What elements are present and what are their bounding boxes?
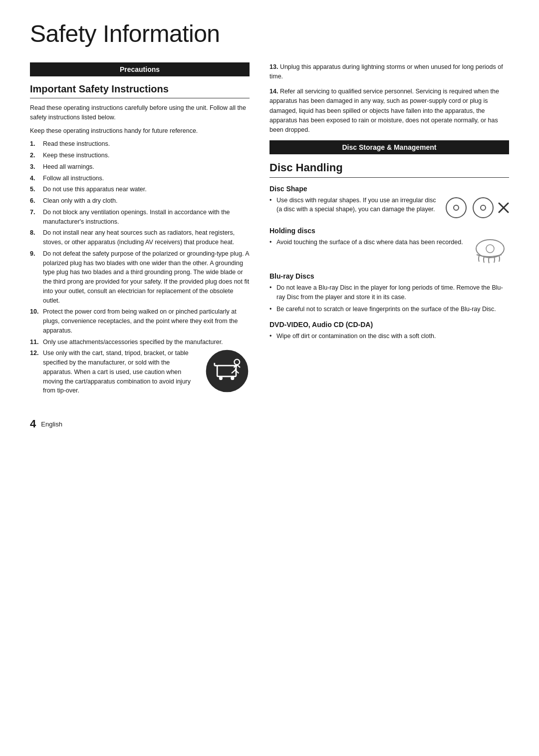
holding-disc-icon: [469, 238, 509, 265]
important-safety-title: Important Safety Instructions: [30, 83, 250, 98]
irregular-disc-icon: [471, 196, 495, 220]
list-item-12: 12. Use only with the cart, stand, tripo…: [30, 349, 250, 395]
item-text: Only use attachments/accessories specifi…: [43, 338, 223, 347]
page-title: Safety Information: [30, 20, 509, 47]
list-item: 3.Heed all warnings.: [30, 162, 250, 172]
list-item: Be careful not to scratch or leave finge…: [270, 305, 509, 314]
precautions-header: Precautions: [30, 62, 250, 76]
item-num: 6.: [30, 196, 41, 206]
disc-shape-title: Disc Shape: [270, 185, 509, 193]
blu-ray-title: Blu-ray Discs: [270, 272, 509, 280]
list-item: 9.Do not defeat the safety purpose of th…: [30, 249, 250, 306]
item-text: Heed all warnings.: [43, 162, 94, 172]
item-14-text: 14. Refer all servicing to qualified ser…: [270, 87, 509, 135]
list-item: Do not leave a Blu-ray Disc in the playe…: [270, 283, 509, 302]
item-text: Protect the power cord from being walked…: [43, 307, 250, 335]
list-item: 7.Do not block any ventilation openings.…: [30, 208, 250, 227]
item-text: Do not defeat the safety purpose of the …: [43, 249, 250, 306]
blu-ray-list: Do not leave a Blu-ray Disc in the playe…: [270, 283, 509, 314]
cart-icon-container: [205, 349, 250, 393]
item-13-text: 13. Unplug this apparatus during lightni…: [270, 62, 509, 82]
left-column: Precautions Important Safety Instruction…: [30, 62, 250, 397]
item-text: Read these instructions.: [43, 139, 110, 149]
item-text: Follow all instructions.: [43, 174, 104, 183]
disc-handling-title: Disc Handling: [270, 161, 509, 178]
item-num: 5.: [30, 185, 41, 194]
disc-shape-row: Use discs with regular shapes. If you us…: [270, 196, 509, 220]
holding-discs-title: Holding discs: [270, 227, 509, 235]
right-column: 13. Unplug this apparatus during lightni…: [270, 62, 509, 344]
list-item: 4.Follow all instructions.: [30, 174, 250, 183]
item-num: 3.: [30, 162, 41, 172]
disc-icons: [444, 196, 509, 220]
page-number: 4: [30, 417, 36, 430]
cart-warning-icon: [205, 349, 250, 393]
intro-text-2: Keep these operating instructions handy …: [30, 126, 250, 136]
item-14-num: 14.: [270, 88, 278, 95]
list-item: 6.Clean only with a dry cloth.: [30, 196, 250, 206]
safety-instructions-list: 1.Read these instructions. 2.Keep these …: [30, 139, 250, 395]
item-12-container: Use only with the cart, stand, tripod, b…: [43, 349, 250, 395]
list-item: 1.Read these instructions.: [30, 139, 250, 149]
page-language: English: [41, 420, 62, 428]
item-num: 12.: [30, 349, 41, 395]
regular-disc-icon: [444, 196, 468, 220]
item-num: 1.: [30, 139, 41, 149]
main-content: Precautions Important Safety Instruction…: [30, 62, 509, 397]
list-item: Avoid touching the surface of a disc whe…: [270, 238, 464, 247]
list-item: Wipe off dirt or contamination on the di…: [270, 332, 509, 341]
disc-shape-list: Use discs with regular shapes. If you us…: [270, 196, 439, 217]
list-item: 8.Do not install near any heat sources s…: [30, 228, 250, 247]
item-12-text: Use only with the cart, stand, tripod, b…: [43, 349, 200, 395]
svg-point-22: [486, 245, 494, 253]
item-text: Keep these instructions.: [43, 151, 109, 160]
item-text: Do not install near any heat sources suc…: [43, 228, 250, 247]
item-text: Clean only with a dry cloth.: [43, 196, 117, 206]
list-item: 10.Protect the power cord from being wal…: [30, 307, 250, 335]
item-num: 10.: [30, 307, 41, 335]
list-item: 2.Keep these instructions.: [30, 151, 250, 160]
item-num: 9.: [30, 249, 41, 306]
item-text: Do not use this apparatus near water.: [43, 185, 147, 194]
x-mark-icon: [498, 202, 509, 213]
item-13-num: 13.: [270, 63, 278, 70]
holding-discs-row: Avoid touching the surface of a disc whe…: [270, 238, 509, 265]
item-text: Do not block any ventilation openings. I…: [43, 208, 250, 227]
item-num: 8.: [30, 228, 41, 247]
holding-discs-list: Avoid touching the surface of a disc whe…: [270, 238, 464, 250]
svg-point-15: [446, 198, 466, 218]
disc-storage-header: Disc Storage & Management: [270, 140, 509, 154]
holding-disc-icon-container: [469, 238, 509, 265]
item-num: 2.: [30, 151, 41, 160]
svg-point-17: [473, 198, 493, 218]
list-item: 11.Only use attachments/accessories spec…: [30, 338, 250, 347]
list-item: 5.Do not use this apparatus near water.: [30, 185, 250, 194]
intro-text-1: Read these operating instructions carefu…: [30, 103, 250, 122]
list-item: Use discs with regular shapes. If you us…: [270, 196, 439, 215]
svg-point-18: [481, 205, 486, 210]
item-num: 4.: [30, 174, 41, 183]
item-num: 7.: [30, 208, 41, 227]
dvd-list: Wipe off dirt or contamination on the di…: [270, 332, 509, 341]
item-num: 11.: [30, 338, 41, 347]
page-footer: 4 English: [30, 417, 509, 430]
dvd-title: DVD-VIDEO, Audio CD (CD-DA): [270, 321, 509, 329]
svg-point-16: [454, 205, 459, 210]
